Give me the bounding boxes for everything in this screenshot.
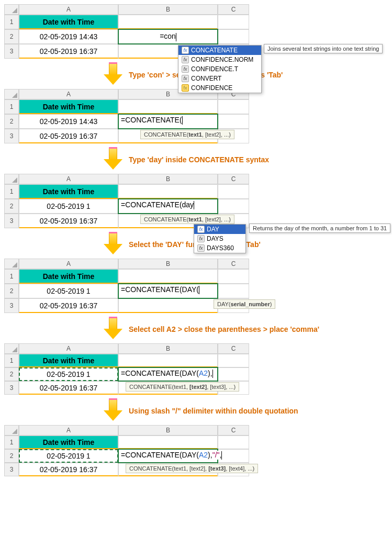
col-header-C[interactable]: C [218, 425, 249, 436]
cell-C1[interactable] [218, 354, 249, 367]
dropdown-item-confidence-deprec[interactable]: fxCONFIDENCE [178, 83, 261, 93]
col-header-C[interactable]: C [218, 259, 249, 269]
select-all-corner[interactable] [4, 89, 19, 99]
syntax-hint: CONCATENATE(text1, [text2], [text3], [te… [126, 464, 258, 473]
col-header-B[interactable]: B [118, 343, 218, 354]
arrow-icon [104, 149, 122, 171]
col-header-A[interactable]: A [19, 343, 118, 354]
row-header-3[interactable]: 3 [4, 463, 19, 476]
select-all-corner[interactable] [4, 259, 19, 269]
cell-A3[interactable]: 02-05-2019 16:37 [19, 129, 118, 143]
select-all-corner[interactable] [4, 343, 19, 354]
col-header-A[interactable]: A [19, 259, 118, 269]
cell-B2-formula[interactable]: =CONCATENATE(DAY(A2),"/", [118, 449, 218, 463]
row-header-3[interactable]: 3 [4, 214, 19, 228]
dropdown-item-days360[interactable]: fxDAYS360 [194, 243, 245, 253]
col-header-C[interactable]: C [218, 343, 249, 354]
cell-C1[interactable] [218, 436, 249, 449]
arrow-icon [104, 400, 122, 422]
col-header-B[interactable]: B [118, 425, 218, 436]
cell-A2[interactable]: 02-05-2019 14:43 [19, 29, 118, 44]
instruction-5: Using slash "/" delimiter within double … [4, 400, 388, 422]
row-header-2[interactable]: 2 [4, 449, 19, 463]
cell-B1[interactable] [118, 99, 218, 114]
cell-C2[interactable] [218, 114, 249, 129]
row-header-1[interactable]: 1 [4, 184, 19, 199]
col-header-A[interactable]: A [19, 425, 118, 436]
cell-B1[interactable] [118, 269, 218, 284]
header-cell-A1[interactable]: Date with Time [19, 15, 118, 29]
dropdown-item-days[interactable]: fxDAYS [194, 234, 245, 243]
cell-A3[interactable]: 02-05-2019 16:37 [19, 381, 118, 395]
header-cell-A1[interactable]: Date with Time [19, 436, 118, 449]
dropdown-item-confidence-t[interactable]: fxCONFIDENCE.T [178, 64, 261, 74]
cell-A3[interactable]: 02-05-2019 16:37 [19, 463, 118, 476]
row-header-1[interactable]: 1 [4, 269, 19, 284]
col-header-A[interactable]: A [19, 4, 118, 15]
cell-C2[interactable] [218, 367, 249, 381]
cell-B3[interactable] [118, 298, 218, 313]
cell-C1[interactable] [218, 184, 249, 199]
header-cell-A1[interactable]: Date with Time [19, 269, 118, 284]
formula-text: =CONCATENATE(DAY(A2), [121, 369, 214, 378]
col-header-A[interactable]: A [19, 174, 118, 184]
row-header-3[interactable]: 3 [4, 381, 19, 395]
cell-B1[interactable] [118, 184, 218, 199]
cell-C1[interactable] [218, 99, 249, 114]
cell-A2-selected-ref[interactable]: 02-05-2019 1 [19, 449, 118, 463]
cell-B2-formula[interactable]: =CONCATENATE(day [118, 199, 218, 214]
cell-C2[interactable] [218, 199, 249, 214]
row-header-3[interactable]: 3 [4, 129, 19, 143]
row-header-3[interactable]: 3 [4, 298, 19, 313]
cell-C2[interactable] [218, 29, 249, 44]
cell-A3[interactable]: 02-05-2019 16:37 [19, 44, 118, 59]
cell-B1[interactable] [118, 15, 218, 29]
dropdown-item-day[interactable]: fxDAY [194, 225, 245, 234]
header-cell-A1[interactable]: Date with Time [19, 99, 118, 114]
select-all-corner[interactable] [4, 425, 19, 436]
row-header-3[interactable]: 3 [4, 44, 19, 59]
cell-B1[interactable] [118, 354, 218, 367]
cell-C1[interactable] [218, 15, 249, 29]
dropdown-item-confidence-norm[interactable]: fxCONFIDENCE.NORM [178, 55, 261, 64]
cell-A3[interactable]: 02-05-2019 16:37 [19, 214, 118, 228]
fx-icon: fx [197, 244, 205, 252]
col-header-B[interactable]: B [118, 174, 218, 184]
cell-C2[interactable] [218, 284, 249, 298]
row-header-1[interactable]: 1 [4, 436, 19, 449]
row-header-2[interactable]: 2 [4, 199, 19, 214]
header-cell-A1[interactable]: Date with Time [19, 184, 118, 199]
arrow-icon [104, 318, 122, 340]
select-all-corner[interactable] [4, 174, 19, 184]
cell-A2[interactable]: 02-05-2019 1 [19, 199, 118, 214]
cell-B2-formula[interactable]: =con [118, 29, 218, 44]
excel-grid-step1: A B C 1 Date with Time 2 02-05-2019 14:4… [4, 4, 249, 59]
row-header-2[interactable]: 2 [4, 114, 19, 129]
cell-A2-selected-ref[interactable]: 02-05-2019 1 [19, 367, 118, 381]
row-header-2[interactable]: 2 [4, 367, 19, 381]
function-autocomplete-dropdown[interactable]: fxCONCATENATE fxCONFIDENCE.NORM fxCONFID… [178, 45, 262, 93]
row-header-1[interactable]: 1 [4, 354, 19, 367]
cell-B2-formula[interactable]: =CONCATENATE(DAY( [118, 284, 218, 298]
row-header-1[interactable]: 1 [4, 15, 19, 29]
dropdown-item-concatenate[interactable]: fxCONCATENATE [178, 46, 261, 55]
col-header-C[interactable]: C [218, 4, 249, 15]
cell-B2-formula[interactable]: =CONCATENATE( [118, 114, 218, 129]
dropdown-item-convert[interactable]: fxCONVERT [178, 74, 261, 83]
cell-C1[interactable] [218, 269, 249, 284]
row-header-2[interactable]: 2 [4, 284, 19, 298]
cell-B1[interactable] [118, 436, 218, 449]
col-header-B[interactable]: B [118, 4, 218, 15]
col-header-A[interactable]: A [19, 89, 118, 99]
row-header-2[interactable]: 2 [4, 29, 19, 44]
select-all-corner[interactable] [4, 4, 19, 15]
cell-A2[interactable]: 02-05-2019 14:43 [19, 114, 118, 129]
function-autocomplete-dropdown[interactable]: fxDAY fxDAYS fxDAYS360 [194, 224, 246, 253]
cell-B2-formula[interactable]: =CONCATENATE(DAY(A2), [118, 367, 218, 381]
cell-A2[interactable]: 02-05-2019 1 [19, 284, 118, 298]
header-cell-A1[interactable]: Date with Time [19, 354, 118, 367]
col-header-B[interactable]: B [118, 259, 218, 269]
col-header-C[interactable]: C [218, 174, 249, 184]
row-header-1[interactable]: 1 [4, 99, 19, 114]
cell-A3[interactable]: 02-05-2019 16:37 [19, 298, 118, 313]
